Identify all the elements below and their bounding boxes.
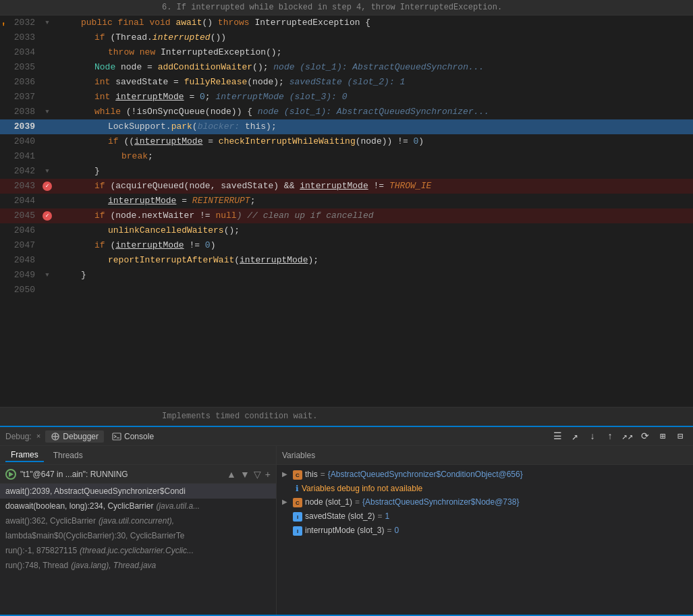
frame-item-1[interactable]: doawait(boolean, long):234, CyclicBarrie… (0, 499, 276, 513)
token: public (81, 18, 118, 28)
token: void (149, 18, 175, 28)
token: ) // clean up if cancelled (237, 211, 374, 221)
frame-location-2: (java.util.concurrent), (99, 516, 174, 526)
thread-up[interactable]: ▲ (227, 469, 236, 480)
token: 0 (200, 92, 205, 102)
gutter-cell-2034 (40, 45, 54, 60)
fold-arrow[interactable]: ▼ (45, 268, 49, 283)
gutter-cell-2042: ▼ (40, 164, 54, 179)
thread-filter[interactable]: ▽ (254, 469, 261, 480)
token: (); (252, 62, 268, 72)
code-line-2036: int savedState = fullyRelease(node); sav… (54, 75, 693, 90)
bug-icon (51, 432, 60, 441)
var-item-0[interactable]: ▶Cthis = {AbstractQueuedSynchronizer$Con… (277, 468, 693, 482)
var-expand-0[interactable]: ▶ (282, 470, 290, 478)
fold-arrow[interactable]: ▼ (45, 105, 49, 119)
var-value-3: 1 (385, 511, 389, 521)
token: THROW_IE (389, 181, 431, 191)
code-line-2037: int interruptMode = 0; interruptMode (sl… (54, 90, 693, 105)
frame-list: await():2039, AbstractQueuedSynchronizer… (0, 484, 276, 615)
frame-item-4[interactable]: run():-1, 875827115 (thread.juc.cyclicba… (0, 543, 276, 558)
debug-tab-console[interactable]: Console (107, 430, 159, 443)
token: ) (211, 240, 216, 250)
token: ) (418, 136, 424, 146)
line-number-2037: 2037 (0, 90, 40, 105)
token: (node)) != (356, 136, 414, 146)
gutter-cell-2044 (40, 194, 54, 208)
token: LockSupport. (108, 121, 171, 132)
variables-panel: Variables ▶Cthis = {AbstractQueuedSynchr… (277, 446, 693, 615)
frame-location-5: (java.lang), Thread.java (71, 561, 156, 570)
var-item-1: ℹVariables debug info not available (277, 482, 693, 495)
code-line-2045: if (node.nextWaiter != null) // clean up… (54, 208, 693, 223)
frame-item-0[interactable]: await():2039, AbstractQueuedSynchronizer… (0, 484, 276, 499)
line-number-2044: 2044 (0, 194, 40, 208)
gutter-cell-2049: ▼ (40, 268, 54, 283)
debug-close[interactable]: × (34, 432, 43, 441)
breakpoint2-icon[interactable]: ✓ (43, 211, 52, 221)
var-name-3: savedState (slot_2) (305, 511, 375, 521)
frames-tab-frames[interactable]: Frames (5, 449, 44, 462)
token: interruptMode (300, 181, 368, 191)
frame-item-5[interactable]: run():748, Thread (java.lang), Thread.ja… (0, 558, 276, 573)
token: if (94, 240, 110, 250)
code-line-2044: interruptMode = REINTERRUPT; (54, 194, 693, 208)
token: break (121, 151, 148, 161)
token: 0 (205, 240, 211, 250)
toolbar-list-btn[interactable]: ☰ (550, 429, 565, 444)
debug-body: Frames Threads "t1"@647 in ...ain": RUNN… (0, 446, 693, 615)
token: final (118, 18, 150, 28)
toolbar-evaluate[interactable]: ⟳ (638, 429, 653, 444)
line-number-2039: 2039 (0, 119, 40, 134)
breakpoint-icon[interactable]: ✓ (43, 181, 52, 191)
token: unlinkCancelledWaiters (108, 225, 224, 235)
toolbar-step-out[interactable]: ↑ (603, 429, 617, 444)
toolbar-run-cursor[interactable]: ↗↗ (620, 429, 635, 444)
gutter-cell-2045: ✓ (40, 208, 54, 223)
frame-name-3: lambda$main$0(CyclicBarrier):30, CyclicB… (5, 531, 184, 540)
frames-tab-threads[interactable]: Threads (48, 449, 88, 461)
frame-item-3[interactable]: lambda$main$0(CyclicBarrier):30, CyclicB… (0, 528, 276, 543)
hint-bar: Implements timed condition wait. (0, 407, 693, 426)
frame-name-1: doawait(boolean, long):234, CyclicBarrie… (5, 501, 153, 511)
fold-arrow[interactable]: ▼ (45, 164, 49, 179)
code-line-2048: reportInterruptAfterWait(interruptMode); (54, 253, 693, 268)
frame-name-2: await():362, CyclicBarrier (5, 516, 96, 526)
var-icon-3: I (293, 512, 302, 522)
token: if (94, 32, 110, 43)
token: if (94, 211, 110, 221)
token: savedState (slot_2): 1 (284, 77, 405, 87)
token: (); (224, 225, 240, 235)
code-line-2049: } (54, 268, 693, 283)
toolbar-step-over[interactable]: ↗ (567, 429, 582, 444)
frame-name-5: run():748, Thread (5, 561, 68, 570)
token: (( (123, 136, 134, 146)
token: ; (250, 196, 256, 206)
token: int (94, 92, 115, 102)
line-number-2033: 2033 (0, 30, 40, 45)
gutter-cell-2038: ▼ (40, 105, 54, 119)
debug-tab-debugger[interactable]: Debugger (45, 430, 104, 443)
var-name-4: interruptMode (slot_3) (305, 526, 384, 535)
fold-arrow[interactable]: ▼ (45, 16, 49, 30)
frame-item-2[interactable]: await():362, CyclicBarrier (java.util.co… (0, 513, 276, 528)
code-line-2033: if (Thread.interrupted()) (54, 30, 693, 45)
token: null (215, 211, 236, 221)
thread-down[interactable]: ▼ (240, 469, 250, 480)
token: await (175, 18, 202, 28)
var-item-2[interactable]: ▶Cnode (slot_1) = {AbstractQueuedSynchro… (277, 495, 693, 509)
toolbar-step-into[interactable]: ↓ (585, 429, 600, 444)
token: new (140, 47, 161, 57)
code-line-2047: if (interruptMode != 0) (54, 238, 693, 253)
toolbar-watches[interactable]: ⊞ (655, 429, 670, 444)
var-equals-2: = (355, 497, 360, 507)
thread-add[interactable]: + (265, 469, 271, 480)
var-value-0: {AbstractQueuedSynchronizer$ConditionObj… (328, 470, 523, 479)
code-line-2042: } (54, 164, 693, 179)
token: ( (234, 255, 240, 265)
var-expand-2[interactable]: ▶ (282, 498, 290, 505)
var-icon-0: C (293, 470, 302, 480)
gutter-cell-2050 (40, 283, 54, 298)
toolbar-grid[interactable]: ⊟ (673, 429, 688, 444)
thread-bar: "t1"@647 in ...ain": RUNNING ▲ ▼ ▽ + (0, 465, 276, 484)
